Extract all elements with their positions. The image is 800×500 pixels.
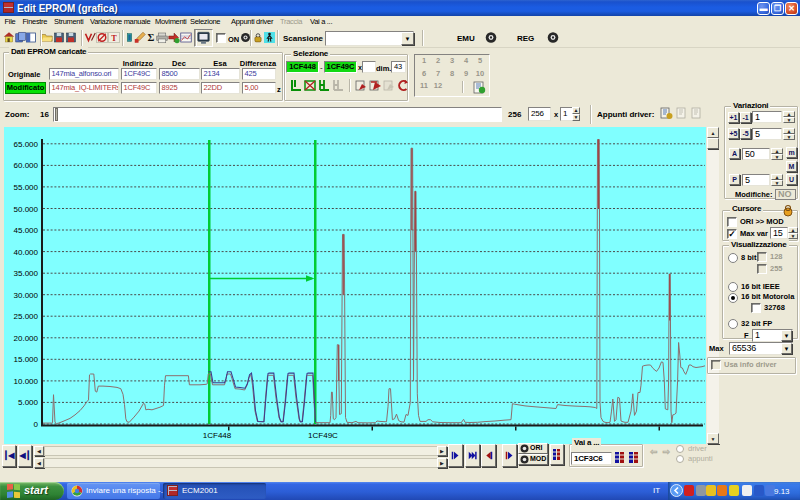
svg-text:25.000: 25.000 (14, 312, 39, 321)
svg-text:10.000: 10.000 (14, 377, 39, 386)
svg-text:20.000: 20.000 (14, 334, 39, 343)
svg-text:1CF49C: 1CF49C (308, 431, 338, 440)
svg-text:55.000: 55.000 (14, 183, 39, 192)
svg-text:35.000: 35.000 (14, 269, 39, 278)
svg-text:60.000: 60.000 (14, 161, 39, 170)
svg-text:40.000: 40.000 (14, 248, 39, 257)
svg-text:1CF448: 1CF448 (203, 431, 232, 440)
svg-text:0: 0 (34, 420, 39, 429)
svg-text:5.000: 5.000 (18, 398, 39, 407)
svg-text:15.000: 15.000 (14, 355, 39, 364)
svg-text:65.000: 65.000 (14, 140, 39, 149)
svg-text:T: T (111, 34, 117, 43)
svg-text:45.000: 45.000 (14, 226, 39, 235)
svg-text:Σ: Σ (148, 32, 155, 43)
svg-text:30.000: 30.000 (14, 291, 39, 300)
svg-text:50.000: 50.000 (14, 205, 39, 214)
